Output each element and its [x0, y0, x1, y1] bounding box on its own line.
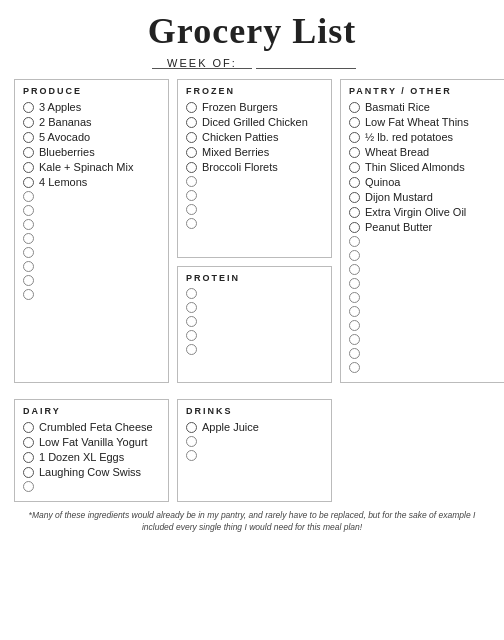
checkbox-circle[interactable] — [186, 422, 197, 433]
checkbox-circle[interactable] — [23, 247, 34, 258]
empty-row — [23, 275, 160, 286]
list-item: Quinoa — [349, 176, 496, 188]
checkbox-circle[interactable] — [349, 362, 360, 373]
list-item: Peanut Butter — [349, 221, 496, 233]
checkbox-circle[interactable] — [349, 192, 360, 203]
checkbox-circle[interactable] — [23, 233, 34, 244]
list-item: Frozen Burgers — [186, 101, 323, 113]
checkbox-circle[interactable] — [186, 288, 197, 299]
empty-row — [186, 436, 323, 447]
list-item: ½ lb. red potatoes — [349, 131, 496, 143]
frozen-title: FROZEN — [186, 86, 323, 96]
checkbox-circle[interactable] — [186, 218, 197, 229]
checkbox-circle[interactable] — [186, 132, 197, 143]
checkbox-circle[interactable] — [186, 302, 197, 313]
checkbox-circle[interactable] — [349, 264, 360, 275]
produce-title: PRODUCE — [23, 86, 160, 96]
checkbox-circle[interactable] — [349, 250, 360, 261]
dairy-section: DAIRY Crumbled Feta Cheese Low Fat Vanil… — [14, 399, 169, 502]
pantry-section: PANTRY / OTHER Basmati Rice Low Fat Whea… — [340, 79, 504, 383]
checkbox-circle[interactable] — [186, 117, 197, 128]
empty-row — [349, 362, 496, 373]
checkbox-circle[interactable] — [186, 162, 197, 173]
checkbox-circle[interactable] — [23, 289, 34, 300]
checkbox-circle[interactable] — [349, 177, 360, 188]
empty-row — [23, 261, 160, 272]
list-item: Diced Grilled Chicken — [186, 116, 323, 128]
empty-row — [23, 191, 160, 202]
checkbox-circle[interactable] — [23, 162, 34, 173]
empty-row — [349, 264, 496, 275]
empty-row — [349, 306, 496, 317]
frozen-section: FROZEN Frozen Burgers Diced Grilled Chic… — [177, 79, 332, 258]
checkbox-circle[interactable] — [349, 306, 360, 317]
list-item: Wheat Bread — [349, 146, 496, 158]
checkbox-circle[interactable] — [349, 102, 360, 113]
checkbox-circle[interactable] — [23, 132, 34, 143]
checkbox-circle[interactable] — [186, 190, 197, 201]
empty-row — [23, 219, 160, 230]
checkbox-circle[interactable] — [349, 147, 360, 158]
checkbox-circle[interactable] — [349, 117, 360, 128]
checkbox-circle[interactable] — [23, 452, 34, 463]
list-item: 4 Lemons — [23, 176, 160, 188]
checkbox-circle[interactable] — [23, 467, 34, 478]
checkbox-circle[interactable] — [186, 450, 197, 461]
checkbox-circle[interactable] — [349, 348, 360, 359]
checkbox-circle[interactable] — [186, 436, 197, 447]
protein-title: PROTEIN — [186, 273, 323, 283]
checkbox-circle[interactable] — [349, 334, 360, 345]
checkbox-circle[interactable] — [186, 147, 197, 158]
empty-row — [23, 289, 160, 300]
list-item: Chicken Patties — [186, 131, 323, 143]
checkbox-circle[interactable] — [23, 437, 34, 448]
checkbox-circle[interactable] — [23, 481, 34, 492]
checkbox-circle[interactable] — [23, 275, 34, 286]
checkbox-circle[interactable] — [23, 102, 34, 113]
checkbox-circle[interactable] — [23, 422, 34, 433]
checkbox-circle[interactable] — [186, 344, 197, 355]
checkbox-circle[interactable] — [23, 261, 34, 272]
empty-row — [186, 450, 323, 461]
list-item: 5 Avocado — [23, 131, 160, 143]
empty-row — [186, 302, 323, 313]
list-item: Basmati Rice — [349, 101, 496, 113]
checkbox-circle[interactable] — [349, 236, 360, 247]
checkbox-circle[interactable] — [186, 316, 197, 327]
checkbox-circle[interactable] — [349, 222, 360, 233]
checkbox-circle[interactable] — [349, 278, 360, 289]
list-item: Laughing Cow Swiss — [23, 466, 160, 478]
checkbox-circle[interactable] — [349, 320, 360, 331]
empty-row — [186, 344, 323, 355]
empty-row — [23, 247, 160, 258]
page-title: Grocery List — [14, 10, 490, 52]
checkbox-circle[interactable] — [23, 147, 34, 158]
checkbox-circle[interactable] — [349, 162, 360, 173]
checkbox-circle[interactable] — [186, 330, 197, 341]
checkbox-circle[interactable] — [186, 176, 197, 187]
checkbox-circle[interactable] — [349, 132, 360, 143]
checkbox-circle[interactable] — [23, 191, 34, 202]
checkbox-circle[interactable] — [23, 219, 34, 230]
produce-section: PRODUCE 3 Apples 2 Bananas 5 Avocado Blu… — [14, 79, 169, 383]
checkbox-circle[interactable] — [23, 117, 34, 128]
drinks-title: DRINKS — [186, 406, 323, 416]
empty-row — [349, 292, 496, 303]
checkbox-circle[interactable] — [23, 205, 34, 216]
list-item: Low Fat Vanilla Yogurt — [23, 436, 160, 448]
empty-row — [23, 233, 160, 244]
checkbox-circle[interactable] — [23, 177, 34, 188]
empty-row — [186, 288, 323, 299]
checkbox-circle[interactable] — [349, 292, 360, 303]
list-item: Thin Sliced Almonds — [349, 161, 496, 173]
checkbox-circle[interactable] — [186, 102, 197, 113]
checkbox-circle[interactable] — [186, 204, 197, 215]
produce-items: 3 Apples 2 Bananas 5 Avocado Blueberries… — [23, 101, 160, 300]
empty-row — [349, 250, 496, 261]
list-item: Crumbled Feta Cheese — [23, 421, 160, 433]
empty-row — [349, 348, 496, 359]
week-of-label: WEEK OF: — [14, 56, 490, 69]
empty-row — [23, 481, 160, 492]
checkbox-circle[interactable] — [349, 207, 360, 218]
list-item: 2 Bananas — [23, 116, 160, 128]
